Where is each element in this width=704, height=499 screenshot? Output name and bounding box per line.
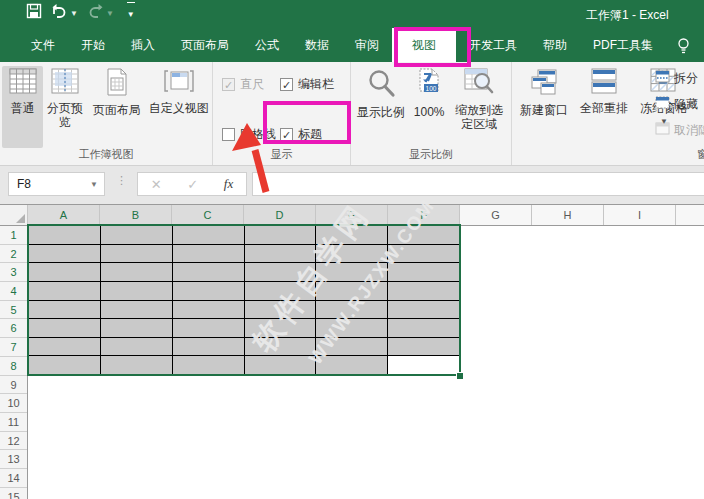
cell-F3[interactable] — [388, 263, 459, 281]
button-显示比例[interactable]: 显示比例 — [353, 66, 409, 121]
button-全部重排[interactable]: 全部重排 — [574, 66, 634, 117]
cell-A2[interactable] — [29, 245, 100, 263]
tab-审阅[interactable]: 审阅 — [342, 28, 392, 62]
row-header-8[interactable]: 8 — [0, 357, 27, 376]
tab-插入[interactable]: 插入 — [118, 28, 168, 62]
cell-F6[interactable] — [388, 319, 459, 337]
cell-B8[interactable] — [101, 356, 172, 374]
column-header-B[interactable]: B — [100, 205, 172, 225]
column-header-J[interactable]: J — [676, 205, 704, 225]
cell-E3[interactable] — [316, 263, 387, 281]
cell-C8[interactable] — [173, 356, 244, 374]
cell-F2[interactable] — [388, 245, 459, 263]
row-header-14[interactable]: 14 — [0, 469, 27, 488]
cell-F5[interactable] — [388, 301, 459, 319]
cell-A3[interactable] — [29, 263, 100, 281]
button-分页预览[interactable]: 分页预览 — [43, 66, 86, 131]
button-拆分[interactable]: 拆分 — [655, 68, 704, 88]
cell-E8[interactable] — [316, 356, 387, 374]
tab-页面布局[interactable]: 页面布局 — [168, 28, 242, 62]
cell-A6[interactable] — [29, 319, 100, 337]
tab-公式[interactable]: 公式 — [242, 28, 292, 62]
cell-B4[interactable] — [101, 282, 172, 300]
cell-A1[interactable] — [29, 226, 100, 244]
name-box[interactable]: F8 ▼ — [8, 172, 105, 196]
redo-button[interactable]: ▼ — [87, 3, 114, 25]
column-header-C[interactable]: C — [172, 205, 244, 225]
cell-A5[interactable] — [29, 301, 100, 319]
cell-F8[interactable] — [388, 356, 459, 374]
tab-数据[interactable]: 数据 — [292, 28, 342, 62]
cell-B6[interactable] — [101, 319, 172, 337]
cell-C3[interactable] — [173, 263, 244, 281]
column-header-F[interactable]: F — [388, 205, 460, 225]
cell-D7[interactable] — [245, 338, 316, 356]
cell-C4[interactable] — [173, 282, 244, 300]
cell-D1[interactable] — [245, 226, 316, 244]
customize-button[interactable]: ▼ — [123, 3, 135, 25]
cell-D2[interactable] — [245, 245, 316, 263]
checkbox-编辑栏[interactable]: 编辑栏 — [280, 74, 350, 94]
cell-B1[interactable] — [101, 226, 172, 244]
enter-icon[interactable]: ✓ — [187, 177, 198, 192]
cell-F1[interactable] — [388, 226, 459, 244]
row-header-9[interactable]: 9 — [0, 376, 27, 395]
row-header-7[interactable]: 7 — [0, 338, 27, 357]
button-自定义视图[interactable]: 自定义视图 — [147, 66, 210, 117]
checkbox-直尺[interactable]: 直尺 — [222, 74, 280, 94]
button-页面布局[interactable]: 页面布局 — [86, 66, 147, 119]
cell-D5[interactable] — [245, 301, 316, 319]
cell-A4[interactable] — [29, 282, 100, 300]
cell-C6[interactable] — [173, 319, 244, 337]
row-header-12[interactable]: 12 — [0, 432, 27, 451]
tab-视图[interactable]: 视图 — [392, 28, 456, 62]
cell-D4[interactable] — [245, 282, 316, 300]
undo-button[interactable]: ▼ — [51, 3, 78, 25]
tab-开发工具[interactable]: 开发工具 — [456, 28, 530, 62]
tab-文件[interactable]: 文件 — [18, 28, 68, 62]
formula-input[interactable] — [252, 172, 704, 196]
cell-A7[interactable] — [29, 338, 100, 356]
column-header-H[interactable]: H — [532, 205, 604, 225]
cancel-icon[interactable]: ✕ — [151, 177, 162, 192]
cell-D6[interactable] — [245, 319, 316, 337]
row-header-6[interactable]: 6 — [0, 319, 27, 338]
button-取消隐藏[interactable]: 取消隐藏 — [655, 120, 704, 140]
cell-F7[interactable] — [388, 338, 459, 356]
button-普通[interactable]: 普通 — [2, 66, 43, 148]
checkbox-icon[interactable] — [280, 128, 293, 141]
row-header-15[interactable]: 15 — [0, 488, 27, 499]
cell-F4[interactable] — [388, 282, 459, 300]
tell-me-lightbulb-icon[interactable] — [676, 28, 691, 62]
select-all-corner[interactable] — [0, 205, 28, 225]
insert-function-icon[interactable]: fx — [224, 176, 233, 192]
fill-handle[interactable] — [456, 372, 464, 380]
cell-E1[interactable] — [316, 226, 387, 244]
button-100%[interactable]: 100100% — [409, 66, 450, 121]
cell-C7[interactable] — [173, 338, 244, 356]
cell-E5[interactable] — [316, 301, 387, 319]
row-header-5[interactable]: 5 — [0, 301, 27, 320]
checkbox-icon[interactable] — [222, 78, 235, 91]
cell-B7[interactable] — [101, 338, 172, 356]
button-新建窗口[interactable]: 新建窗口 — [514, 66, 574, 119]
cell-B2[interactable] — [101, 245, 172, 263]
row-header-1[interactable]: 1 — [0, 226, 27, 245]
button-隐藏[interactable]: 隐藏 — [655, 94, 704, 114]
cell-C2[interactable] — [173, 245, 244, 263]
cell-B3[interactable] — [101, 263, 172, 281]
column-header-D[interactable]: D — [244, 205, 316, 225]
checkbox-icon[interactable] — [222, 128, 235, 141]
tab-帮助[interactable]: 帮助 — [530, 28, 580, 62]
column-header-I[interactable]: I — [604, 205, 676, 225]
row-header-2[interactable]: 2 — [0, 245, 27, 264]
checkbox-标题[interactable]: 标题 — [280, 124, 350, 144]
column-header-A[interactable]: A — [28, 205, 100, 225]
cell-E2[interactable] — [316, 245, 387, 263]
row-header-10[interactable]: 10 — [0, 394, 27, 413]
row-header-13[interactable]: 13 — [0, 450, 27, 469]
cell-A8[interactable] — [29, 356, 100, 374]
save-button[interactable] — [26, 3, 42, 25]
cell-B5[interactable] — [101, 301, 172, 319]
cell-E6[interactable] — [316, 319, 387, 337]
